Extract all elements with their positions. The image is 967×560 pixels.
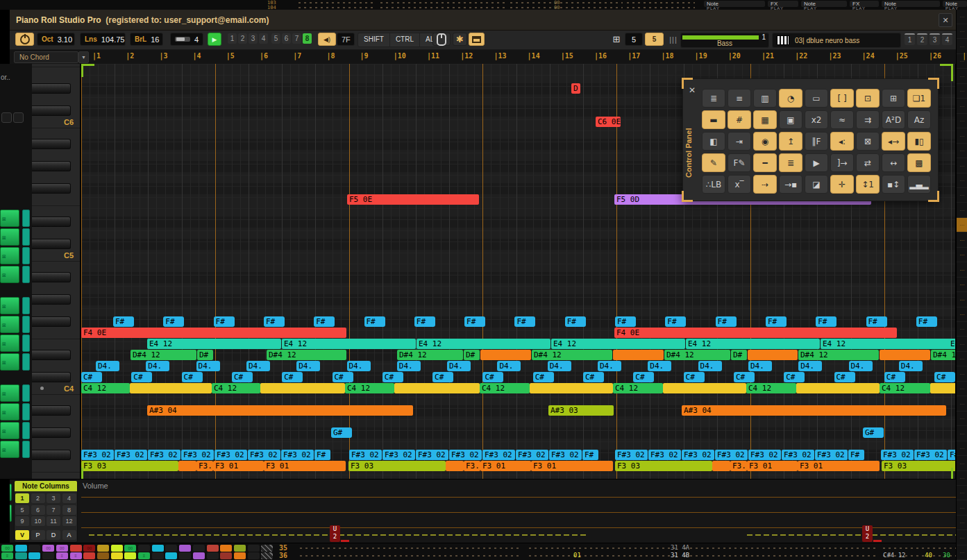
ruler-ticks-icon[interactable]: ▥	[753, 89, 777, 108]
matrix-cell[interactable]	[97, 545, 109, 552]
note-block[interactable]: C4 12	[880, 383, 930, 393]
note-block[interactable]: F#3 02	[181, 450, 214, 460]
barlength-field[interactable]: BrL 16	[130, 33, 163, 46]
matrix-cell[interactable]	[234, 545, 246, 552]
note-column-4[interactable]: 4	[62, 493, 76, 503]
note-chip[interactable]: D4.	[347, 361, 371, 371]
matrix-cell[interactable]	[248, 552, 260, 559]
note-chip[interactable]: C#	[432, 372, 453, 382]
arrow-extend-icon[interactable]: ⇢	[753, 175, 777, 194]
note-block[interactable]: F#3 02	[248, 450, 280, 460]
note-chip[interactable]: D4.	[698, 361, 722, 371]
matrix-cell[interactable]: ···	[957, 233, 967, 248]
note-chip[interactable]: C#	[784, 372, 805, 382]
piano-cursor-icon[interactable]: ▮▯	[907, 132, 931, 151]
matrix-cell[interactable]: ···	[957, 545, 967, 560]
note-chip[interactable]: F#	[514, 316, 535, 327]
power-button[interactable]	[15, 33, 34, 46]
note-chip[interactable]: C#	[884, 372, 905, 382]
matrix-cell[interactable]	[261, 552, 273, 559]
matrix-cell[interactable]: ···	[957, 307, 967, 322]
step-button-4[interactable]: 4	[259, 33, 268, 44]
note-chip[interactable]: F#	[364, 316, 385, 327]
note-block[interactable]: E4 12	[551, 339, 685, 349]
backdrop-button[interactable]	[13, 112, 24, 123]
clock-icon[interactable]: ◔	[779, 89, 802, 108]
grid-dense-icon[interactable]: ▦	[753, 110, 777, 129]
note-block[interactable]: F3 01	[798, 461, 880, 471]
note-column-8[interactable]: 8	[62, 505, 76, 515]
note-chip[interactable]: C#	[282, 372, 303, 382]
matrix-cell[interactable]: ···	[957, 441, 967, 456]
matrix-cell[interactable]: ···	[957, 427, 967, 441]
play-selection-icon[interactable]: ▶	[805, 153, 828, 172]
matrix-cell[interactable]	[179, 552, 191, 559]
matrix-cell[interactable]: ···	[957, 114, 967, 128]
note-chip[interactable]: F#	[113, 316, 134, 327]
note-block[interactable]: F3.	[464, 461, 480, 471]
matrix-cell[interactable]: ···	[957, 218, 967, 232]
matrix-cell[interactable]: ≡	[1, 552, 13, 559]
note-block[interactable]: E4 12	[686, 339, 820, 349]
matrix-cell[interactable]: ···	[957, 69, 967, 84]
matrix-cell[interactable]: ···	[957, 278, 967, 292]
mode-v[interactable]: V	[15, 530, 29, 540]
note-block[interactable]: D#4 12	[798, 350, 879, 360]
move-free-icon[interactable]: ✛	[830, 175, 854, 194]
note-block[interactable]: F#3 02	[382, 450, 415, 460]
matrix-cell[interactable]: ···	[957, 173, 967, 188]
note-block[interactable]: F3 03	[81, 461, 178, 471]
matrix-cell[interactable]	[28, 552, 40, 559]
note-column-11[interactable]: 11	[47, 516, 60, 526]
matrix-cell[interactable]: ≡	[56, 552, 68, 559]
note-block[interactable]: F3.	[196, 461, 213, 471]
align-rows-icon[interactable]: ≡	[728, 89, 751, 108]
note-block[interactable]	[796, 383, 880, 393]
note-chip[interactable]: D4.	[798, 361, 822, 371]
note-chip[interactable]: G#	[331, 427, 352, 438]
note-block[interactable]: C4 12	[345, 383, 394, 393]
note-block[interactable]	[930, 383, 955, 393]
note-column-2[interactable]: 2	[31, 493, 45, 503]
matrix-cell[interactable]	[97, 552, 109, 559]
note-block[interactable]: F#3 02	[81, 450, 114, 460]
matrix-cell[interactable]: 00	[1, 545, 13, 552]
black-key[interactable]	[32, 105, 71, 116]
note-chip[interactable]: F#	[615, 316, 636, 327]
note-column-6[interactable]: 6	[31, 505, 45, 515]
note-block[interactable]: E4 12	[417, 339, 550, 349]
matrix-cell[interactable]: ···	[957, 248, 967, 262]
note-block[interactable]: D#4 12	[532, 350, 612, 360]
note-chip[interactable]: D4.	[598, 361, 621, 371]
matrix-cell[interactable]	[70, 545, 82, 552]
note-chip[interactable]: D4.	[96, 361, 119, 371]
volume-column-icon[interactable]: ◂:	[830, 132, 854, 151]
note-chip[interactable]: C#	[81, 372, 102, 382]
spray-notes-icon[interactable]: ∴LB	[702, 175, 725, 194]
black-key[interactable]	[32, 316, 71, 327]
lock-zoom-icon[interactable]: ▣	[779, 110, 802, 129]
matrix-cell[interactable]: ···	[957, 337, 967, 352]
lines-field[interactable]: Lns 104.75	[80, 33, 126, 46]
pan-column-icon[interactable]: ◂→	[882, 132, 905, 151]
matrix-cell[interactable]: ···	[957, 486, 967, 500]
step-advance-icon[interactable]: ⇥	[728, 132, 751, 151]
layer-button-2[interactable]: 2	[917, 33, 927, 45]
matrix-cell[interactable]: ···	[957, 516, 967, 530]
layer-button-3[interactable]: 3	[930, 33, 940, 45]
speaker-button[interactable]: ◀)	[318, 33, 336, 46]
volume-marker[interactable]: U2	[330, 525, 340, 542]
midi-connector-icon[interactable]: ◉	[753, 132, 777, 151]
black-key[interactable]	[32, 161, 71, 171]
note-block[interactable]: C4 12	[81, 383, 130, 393]
note-chip[interactable]: F#	[816, 316, 836, 327]
black-key[interactable]	[32, 405, 71, 416]
matrix-cell[interactable]	[179, 545, 191, 552]
note-block[interactable]: C4 12	[746, 383, 796, 393]
chevron-down-icon[interactable]: ▼	[78, 51, 89, 63]
note-block[interactable]: F#3 02	[349, 450, 382, 460]
matrix-cell[interactable]: ···	[957, 188, 967, 203]
note-block[interactable]: D#4 12	[664, 350, 730, 360]
note-block[interactable]	[446, 461, 464, 471]
note-block[interactable]	[712, 461, 730, 471]
